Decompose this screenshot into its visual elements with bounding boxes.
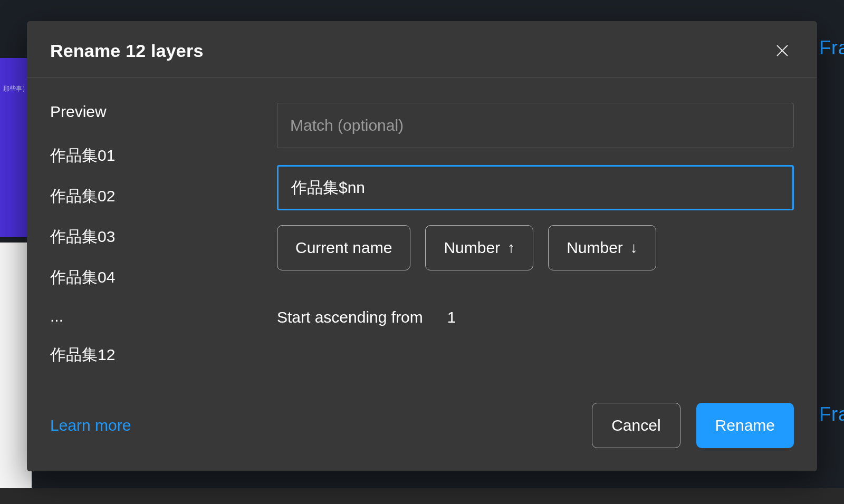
preview-column: Preview 作品集01 作品集02 作品集03 作品集04 ... 作品集1… bbox=[50, 103, 277, 366]
rename-pattern-input[interactable] bbox=[277, 165, 794, 210]
token-chip-row: Current name Number ↑ Number ↓ bbox=[277, 225, 794, 270]
preview-list: 作品集01 作品集02 作品集03 作品集04 ... 作品集12 bbox=[50, 145, 264, 366]
preview-item: 作品集12 bbox=[50, 344, 264, 366]
chip-label: Current name bbox=[295, 239, 392, 257]
chip-number-up[interactable]: Number ↑ bbox=[425, 225, 533, 270]
footer-actions: Cancel Rename bbox=[592, 403, 794, 448]
chip-number-down[interactable]: Number ↓ bbox=[548, 225, 656, 270]
modal-header: Rename 12 layers bbox=[27, 21, 817, 77]
modal-footer: Learn more Cancel Rename bbox=[27, 366, 817, 471]
modal-body: Preview 作品集01 作品集02 作品集03 作品集04 ... 作品集1… bbox=[27, 77, 817, 366]
cancel-button[interactable]: Cancel bbox=[592, 403, 680, 448]
preview-item: 作品集04 bbox=[50, 267, 264, 288]
chip-label: Number bbox=[567, 239, 623, 257]
rename-button[interactable]: Rename bbox=[696, 403, 794, 448]
start-ascending-label: Start ascending from bbox=[277, 308, 423, 326]
close-icon bbox=[774, 43, 790, 59]
rename-layers-modal: Rename 12 layers Preview 作品集01 作品集02 作品集… bbox=[27, 21, 817, 471]
modal-overlay: Rename 12 layers Preview 作品集01 作品集02 作品集… bbox=[0, 0, 844, 504]
preview-item-ellipsis: ... bbox=[50, 307, 264, 325]
chip-label: Number bbox=[444, 239, 500, 257]
close-button[interactable] bbox=[771, 39, 794, 62]
arrow-up-icon: ↑ bbox=[507, 239, 515, 256]
match-input[interactable] bbox=[277, 103, 794, 148]
start-ascending-value[interactable]: 1 bbox=[447, 308, 456, 326]
modal-title: Rename 12 layers bbox=[50, 41, 204, 61]
preview-item: 作品集03 bbox=[50, 226, 264, 248]
learn-more-link[interactable]: Learn more bbox=[50, 416, 131, 434]
start-ascending-row: Start ascending from 1 bbox=[277, 308, 794, 326]
arrow-down-icon: ↓ bbox=[630, 239, 638, 256]
preview-item: 作品集01 bbox=[50, 145, 264, 167]
form-column: Current name Number ↑ Number ↓ Start asc… bbox=[277, 103, 794, 366]
chip-current-name[interactable]: Current name bbox=[277, 225, 410, 270]
preview-heading: Preview bbox=[50, 103, 264, 121]
preview-item: 作品集02 bbox=[50, 186, 264, 207]
